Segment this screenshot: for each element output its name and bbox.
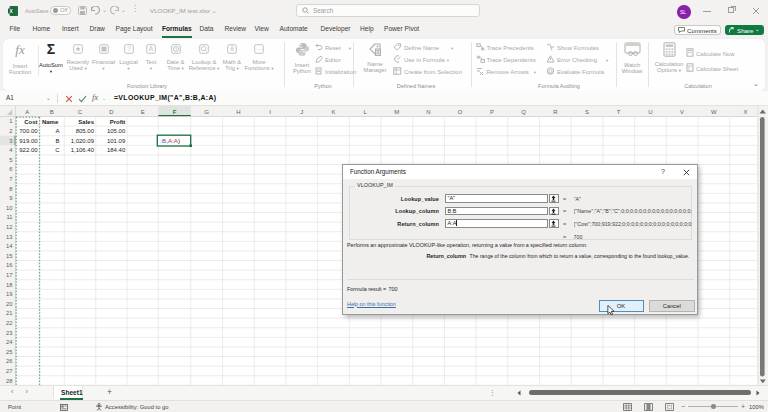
svg-text:@: @ <box>548 68 553 74</box>
svg-text:⋯: ⋯ <box>256 46 262 52</box>
svg-text:θ: θ <box>230 45 234 52</box>
svg-text:X: X <box>9 8 13 14</box>
